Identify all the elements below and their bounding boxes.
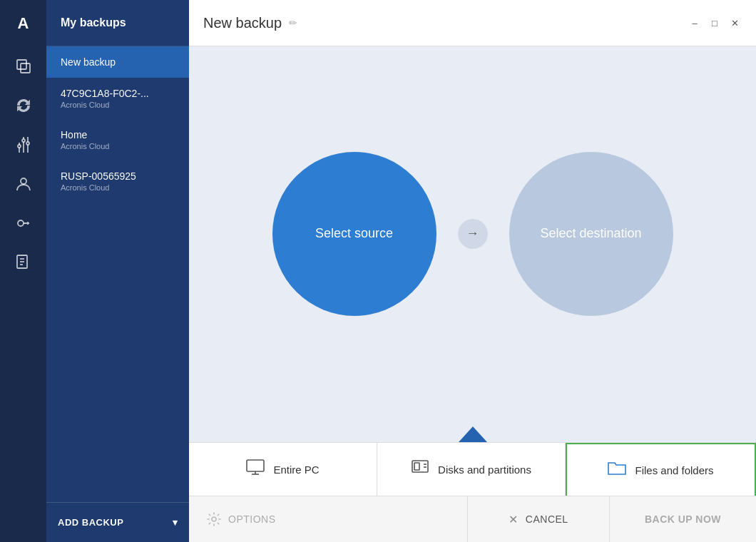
folder-icon <box>608 460 626 480</box>
cancel-x-icon: ✕ <box>509 513 519 526</box>
tab-disks-partitions-label: Disks and partitions <box>438 464 531 476</box>
title-bar: New backup ✏ – □ ✕ <box>189 0 756 46</box>
arrow-indicator: → <box>458 219 488 249</box>
icon-bar: A <box>0 0 46 542</box>
source-tabs: Entire PC Disks and partitions <box>189 442 756 496</box>
source-tab-indicator <box>459 426 487 442</box>
edit-title-icon[interactable]: ✏ <box>289 17 297 29</box>
sidebar: My backups New backup 47C9C1A8-F0C2-... … <box>46 0 189 542</box>
svg-point-5 <box>18 145 21 148</box>
nav-icon-key[interactable] <box>0 203 46 242</box>
sidebar-item-new-backup[interactable]: New backup <box>46 46 189 78</box>
tab-entire-pc-label: Entire PC <box>273 464 319 476</box>
page-title: New backup <box>203 15 282 31</box>
sidebar-item-backup-1[interactable]: 47C9C1A8-F0C2-... Acronis Cloud <box>46 78 189 119</box>
svg-point-12 <box>18 220 24 226</box>
cancel-button[interactable]: ✕ CANCEL <box>467 496 610 542</box>
select-source-button[interactable]: Select source <box>272 152 436 316</box>
chevron-down-icon: ▾ <box>173 517 178 528</box>
svg-rect-21 <box>414 463 419 470</box>
maximize-button[interactable]: □ <box>708 16 722 30</box>
window-controls: – □ ✕ <box>688 16 742 30</box>
action-bar: OPTIONS ✕ CANCEL BACK UP NOW <box>189 496 756 542</box>
monitor-icon <box>246 459 265 479</box>
add-backup-button[interactable]: ADD BACKUP ▾ <box>46 503 189 542</box>
tab-disks-partitions[interactable]: Disks and partitions <box>377 443 566 496</box>
options-button[interactable]: OPTIONS <box>189 496 467 542</box>
tab-files-folders[interactable]: Files and folders <box>566 443 756 496</box>
disk-icon <box>411 459 429 479</box>
backup-now-button[interactable]: BACK UP NOW <box>610 496 756 542</box>
close-button[interactable]: ✕ <box>727 16 742 30</box>
arrow-right-icon: → <box>466 226 479 241</box>
nav-icon-tune[interactable] <box>0 125 46 164</box>
select-destination-button[interactable]: Select destination <box>509 152 673 316</box>
sidebar-bottom: ADD BACKUP ▾ <box>46 502 189 542</box>
sidebar-item-backup-3[interactable]: RUSP-00565925 Acronis Cloud <box>46 160 189 202</box>
svg-point-24 <box>212 517 216 521</box>
sidebar-item-backup-2[interactable]: Home Acronis Cloud <box>46 119 189 160</box>
app-container: A <box>0 0 756 542</box>
tab-entire-pc[interactable]: Entire PC <box>189 443 377 496</box>
svg-rect-17 <box>247 460 264 471</box>
content-area: Select source → Select destination <box>189 46 756 442</box>
sidebar-title: My backups <box>46 0 189 46</box>
tab-files-folders-label: Files and folders <box>635 464 713 476</box>
svg-rect-1 <box>21 63 30 73</box>
nav-icon-book[interactable] <box>0 242 46 282</box>
app-logo: A <box>0 0 46 46</box>
svg-point-8 <box>26 142 29 145</box>
nav-icon-person[interactable] <box>0 164 46 203</box>
circles-container: Select source → Select destination <box>272 152 673 316</box>
minimize-button[interactable]: – <box>688 16 702 30</box>
nav-icon-copy[interactable] <box>0 46 46 86</box>
nav-icon-sync[interactable] <box>0 86 46 125</box>
title-bar-left: New backup ✏ <box>203 15 297 31</box>
svg-point-11 <box>21 178 26 184</box>
svg-rect-0 <box>17 60 26 69</box>
svg-point-2 <box>22 139 25 142</box>
main-area: New backup ✏ – □ ✕ Select source → Selec… <box>189 0 756 542</box>
